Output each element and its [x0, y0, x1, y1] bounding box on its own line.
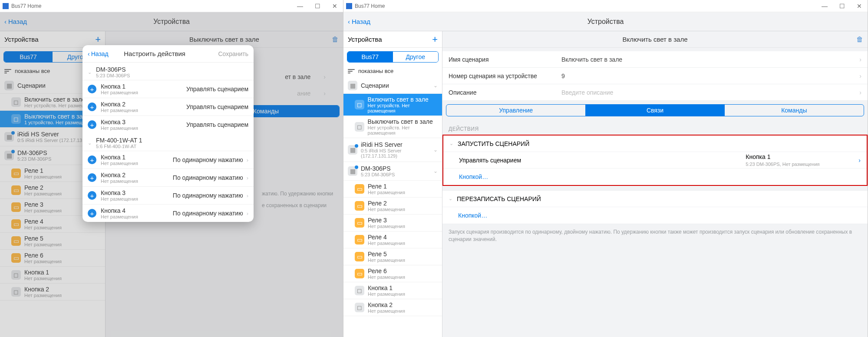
section-actions-label: ДЕЙСТВИЯ: [442, 120, 868, 135]
modal-button-item[interactable]: + Кнопка 1Нет размещения Управлять сцена…: [83, 80, 254, 98]
by-button-row-2[interactable]: Кнопкой…: [442, 207, 868, 224]
field-description[interactable]: Описание Введите описание ›: [442, 84, 868, 101]
value: 9: [561, 73, 859, 79]
relay-item[interactable]: ▭ Реле 2Нет размещения: [343, 198, 442, 215]
device-filter-segment[interactable]: Bus77 Другое: [347, 51, 439, 63]
trash-icon[interactable]: 🗑: [856, 36, 863, 43]
filter-icon: [348, 68, 355, 74]
manage-scenario-row[interactable]: Управлять сценарием Кнопка 1 5:23 DM-306…: [443, 152, 867, 168]
label: Кнопка 1: [368, 284, 405, 291]
sublabel: Нет размещения: [101, 108, 138, 113]
sublabel: Нет размещения: [368, 308, 405, 314]
plus-icon: +: [88, 173, 96, 182]
sublabel: Нет размещения: [101, 161, 138, 166]
label: Номер сценария на устройстве: [449, 73, 561, 79]
relay-item[interactable]: ▭ Реле 5Нет размещения: [343, 248, 442, 265]
placeholder: Введите описание: [561, 89, 859, 96]
action-label: Управлять сценарием: [186, 86, 248, 93]
chevron-right-icon: ›: [247, 175, 248, 181]
label: Реле 6: [368, 268, 405, 274]
modal-button-item[interactable]: + Кнопка 2Нет размещения По одинарному н…: [83, 168, 254, 186]
label: Кнопка 2: [368, 301, 405, 308]
tree-iridi[interactable]: ▦ iRidi HS Server0:5 iRidi HS Server (17…: [343, 138, 442, 162]
chevron-right-icon: ›: [247, 192, 248, 199]
sidebar-header: Устройства +: [343, 31, 442, 48]
relay-item[interactable]: ▭ Реле 4Нет размещения: [343, 231, 442, 248]
sublabel: Нет размещения: [368, 224, 405, 229]
label: Кнопка 1: [101, 154, 138, 161]
modal-save-button[interactable]: Сохранить: [218, 50, 248, 57]
plus-icon: +: [88, 209, 96, 218]
relay-icon: ▭: [355, 269, 364, 278]
field-scenario-name[interactable]: Имя сценария Включить свет в зале ›: [442, 51, 868, 68]
action-label: По одинарному нажатию: [173, 210, 243, 217]
tree-dm[interactable]: ▦ DM-306PS5:23 DM-306PS ⌄: [343, 162, 442, 181]
relay-icon: ▭: [355, 218, 364, 228]
relay-icon: ▭: [355, 252, 364, 261]
plus-icon: +: [88, 120, 96, 129]
relay-icon: ▭: [355, 184, 364, 194]
tab-links[interactable]: Связи: [585, 105, 724, 116]
tree-scenarios[interactable]: ▦ Сценарии ⌄: [343, 78, 442, 94]
modal-button-item[interactable]: + Кнопка 3Нет размещения Управлять сцена…: [83, 116, 254, 133]
tab-manage[interactable]: Управление: [446, 105, 585, 116]
filter-row[interactable]: показаны все: [343, 66, 442, 78]
field-scenario-number[interactable]: Номер сценария на устройстве 9 ›: [442, 68, 868, 84]
right-window: Bus77 Home — ☐ ✕ ‹ Назад Устройства Устр…: [343, 0, 868, 337]
chevron-right-icon: ›: [859, 56, 861, 63]
modal-button-item[interactable]: + Кнопка 2Нет размещения Управлять сцена…: [83, 98, 254, 116]
relay-item[interactable]: ▭ Реле 6Нет размещения: [343, 265, 442, 282]
sublabel: 5:23 DM-306PS: [96, 73, 130, 78]
sublabel: Нет размещения: [101, 214, 138, 219]
modal-group-dm[interactable]: ⌄ DM-306PS5:23 DM-306PS: [83, 63, 254, 80]
scenario-icon: ◻: [355, 122, 364, 132]
label: FM-400-1W-AT 1: [96, 137, 142, 144]
sublabel: Нет размещения: [101, 90, 138, 95]
topnav: ‹ Назад Устройства: [343, 12, 868, 31]
label: Кнопкой…: [459, 173, 488, 180]
label: Кнопка 2: [101, 172, 138, 178]
label: Реле 3: [368, 217, 405, 224]
close-button[interactable]: ✕: [329, 3, 340, 10]
app-logo-icon: [3, 3, 9, 9]
button-item[interactable]: ◻ Кнопка 2Нет размещения: [343, 299, 442, 316]
by-button-row[interactable]: Кнопкой…: [443, 168, 867, 185]
tab-commands[interactable]: Команды: [725, 105, 864, 116]
maximize-button[interactable]: ☐: [836, 3, 848, 10]
maximize-button[interactable]: ☐: [312, 3, 323, 10]
chevron-down-icon: ⌄: [88, 140, 92, 146]
relay-item[interactable]: ▭ Реле 3Нет размещения: [343, 215, 442, 231]
minimize-button[interactable]: —: [294, 3, 306, 10]
modal-button-item[interactable]: + Кнопка 1Нет размещения По одинарному н…: [83, 151, 254, 168]
label: iRidi HS Server: [361, 141, 430, 148]
minimize-button[interactable]: —: [819, 3, 830, 10]
plus-icon: +: [88, 102, 96, 111]
sublabel: 5:6 FM-400-1W-AT: [96, 144, 142, 149]
rewrite-scenario-header[interactable]: ⌄ ПЕРЕЗАПИСАТЬ СЦЕНАРИЙ: [442, 191, 868, 207]
modal-button-item[interactable]: + Кнопка 3Нет размещения По одинарному н…: [83, 186, 254, 204]
chevron-down-icon: ⌄: [88, 69, 92, 75]
run-scenario-header[interactable]: ⌄ ЗАПУСТИТЬ СЦЕНАРИЙ: [443, 135, 867, 152]
scenario-on[interactable]: ◻ Включить свет в залеНет устройств. Нет…: [343, 94, 442, 116]
label: Реле 1: [368, 183, 405, 190]
label: Кнопка 1: [101, 83, 138, 90]
relay-item[interactable]: ▭ Реле 1Нет размещения: [343, 181, 442, 198]
sublabel: Нет размещения: [368, 190, 405, 195]
sublabel: Нет размещения: [101, 178, 138, 184]
button-icon: ◻: [355, 303, 364, 312]
scenario-off[interactable]: ◻ Выключить свет в залеНет устройств. Не…: [343, 116, 442, 138]
titlebar: Bus77 Home — ☐ ✕: [0, 0, 343, 12]
back-button[interactable]: ‹ Назад: [348, 18, 370, 25]
modal-button-item[interactable]: + Кнопка 4Нет размещения По одинарному н…: [83, 204, 254, 222]
chevron-down-icon: ⌄: [449, 141, 453, 146]
sublabel: 5:23 DM-306PS: [361, 172, 395, 177]
seg-other[interactable]: Другое: [393, 52, 439, 62]
chevron-right-icon: ›: [247, 210, 248, 217]
button-item[interactable]: ◻ Кнопка 1Нет размещения: [343, 282, 442, 299]
seg-bus77[interactable]: Bus77: [347, 52, 393, 62]
add-button[interactable]: +: [432, 34, 438, 45]
close-button[interactable]: ✕: [854, 3, 865, 10]
modal-group-fm[interactable]: ⌄ FM-400-1W-AT 15:6 FM-400-1W-AT: [83, 133, 254, 151]
detail-tabs[interactable]: Управление Связи Команды: [446, 104, 864, 116]
scenario-group-icon: ▦: [348, 81, 357, 90]
